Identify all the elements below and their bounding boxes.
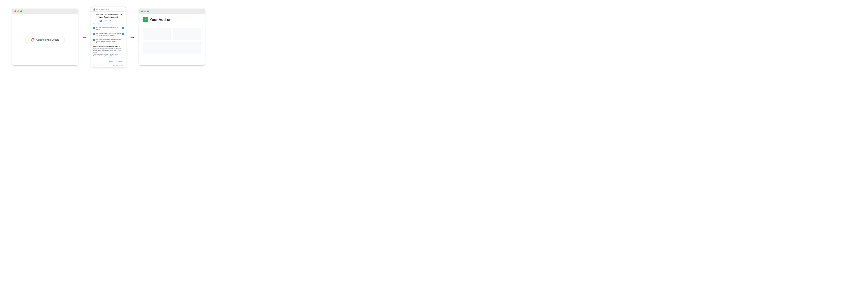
addon-header: Your Add-on [139, 14, 205, 25]
window-3: Your Add-on [139, 9, 205, 65]
email-avatar: U [99, 20, 102, 22]
cancel-button[interactable]: Cancel [106, 60, 114, 63]
language-selector[interactable]: English (United States) ▾ [93, 65, 112, 66]
logo-cell-4 [146, 20, 148, 22]
window-1-content: Continue with Google [12, 14, 78, 65]
traffic-light-red[interactable] [14, 10, 16, 12]
browser-toolbar-1 [12, 9, 78, 14]
permission-2: See your personal info, including any pe… [93, 32, 124, 37]
permission-3: See, create, and update its own attachme… [93, 38, 124, 45]
continue-with-google-label: Continue with Google [36, 38, 59, 41]
perm-1-checkbox[interactable]: ✓ [122, 27, 124, 29]
flow-container: Continue with Google → Sign in with Goog… [0, 0, 217, 74]
logo-cell-3 [143, 20, 145, 22]
footer-help-link[interactable]: Help [113, 65, 115, 66]
trust-para-1: You may be sharing sensitive info with t… [93, 48, 124, 53]
logo-cell-2 [146, 17, 148, 20]
trust-para-2: Learn how Google helps you share data sa… [93, 53, 124, 55]
arrow-2: → [126, 34, 139, 40]
perm-2-text: See your personal info, including any pe… [96, 33, 121, 36]
perm-1-text: Associate you with your personal info on… [96, 27, 121, 30]
perm-icon-2 [93, 33, 95, 35]
perm-icon-1 [93, 27, 95, 29]
perm-icon-3 [93, 39, 95, 41]
window-1: Continue with Google [12, 9, 78, 65]
addon-logo [143, 17, 148, 22]
privacy-policy-link[interactable]: Privacy Policy [101, 55, 108, 57]
addon-card-2 [173, 28, 201, 40]
oauth-email-text: user@schoolDomain.com [103, 20, 117, 22]
oauth-email-row: U user@schoolDomain.com [93, 20, 124, 22]
traffic-light-green[interactable] [20, 10, 22, 12]
google-logo-icon [31, 38, 34, 41]
trust-section: Make sure you trust the installed Add-On… [93, 46, 124, 57]
footer-privacy-link[interactable]: Privacy [116, 65, 120, 66]
addon-link: your Add-On [101, 23, 108, 25]
window-3-content: Your Add-on [139, 14, 205, 65]
addon-card-3 [143, 42, 201, 54]
oauth-header-text: Sign in with Google [96, 9, 109, 10]
browser-toolbar-3 [139, 9, 205, 14]
addon-card-1 [143, 28, 171, 40]
oauth-select-label: Select what your Add-On can access [93, 23, 124, 25]
perm-2-checkbox[interactable]: ✓ [122, 33, 124, 35]
traffic-light-green-3[interactable] [147, 10, 149, 12]
traffic-light-red-3[interactable] [141, 10, 143, 12]
trust-para-3: See Kahoot!'s Privacy Policy and Terms o… [93, 55, 124, 57]
addon-content-area [139, 25, 205, 57]
arrow-1: → [78, 34, 91, 40]
oauth-title: Your Add-On! wants access to your Google… [93, 13, 124, 19]
perm-3-checkbox[interactable] [122, 39, 124, 41]
share-data-link[interactable]: share data safely [109, 54, 118, 55]
oauth-action-buttons: Cancel Continue [91, 59, 126, 64]
google-g-icon [93, 8, 95, 11]
oauth-body: Your Add-On! wants access to your Google… [91, 11, 126, 59]
oauth-footer: English (United States) ▾ Help Privacy T… [91, 64, 126, 67]
terms-of-service-link[interactable]: Terms of Service [111, 55, 120, 57]
continue-button[interactable]: Continue [115, 60, 124, 63]
oauth-header: Sign in with Google [91, 7, 126, 11]
footer-terms-link[interactable]: Terms [121, 65, 124, 66]
learn-more-link[interactable]: Learn more [103, 42, 109, 43]
logo-cell-1 [143, 17, 145, 20]
permission-1: Associate you with your personal info on… [93, 26, 124, 31]
perm-3-text: See, create, and update its own attachme… [96, 39, 121, 44]
traffic-light-yellow[interactable] [18, 10, 19, 12]
trust-title: Make sure you trust the installed Add-On… [93, 46, 124, 48]
traffic-light-yellow-3[interactable] [144, 10, 146, 12]
footer-links: Help Privacy Terms [113, 65, 124, 66]
window-2-oauth: Sign in with Google Your Add-On! wants a… [91, 7, 126, 67]
addon-title: Your Add-on [150, 18, 172, 22]
continue-with-google-button[interactable]: Continue with Google [26, 36, 65, 44]
